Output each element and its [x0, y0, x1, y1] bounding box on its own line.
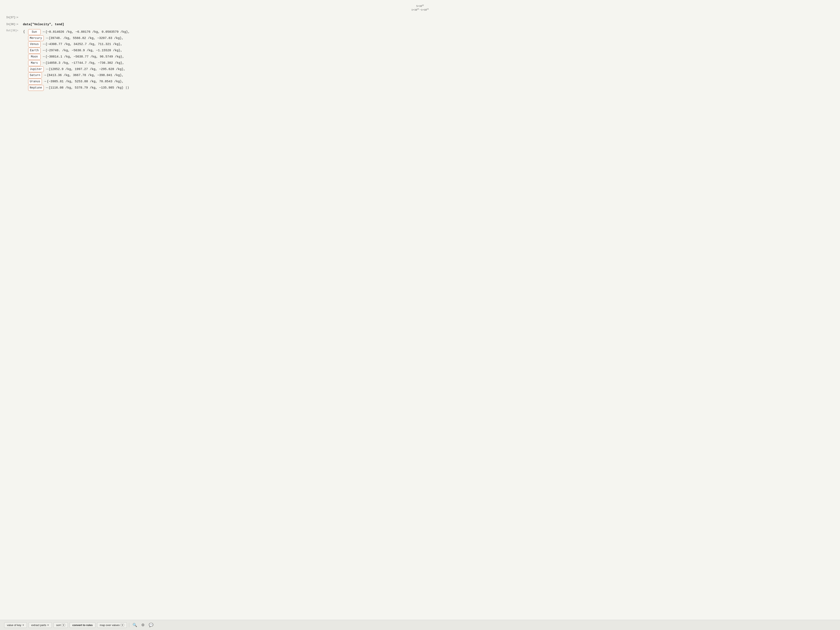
- settings-icon-button[interactable]: ⚙: [140, 622, 146, 628]
- arrow-icon: →: [46, 85, 48, 91]
- planet-tag-mercury[interactable]: Mercury: [28, 35, 44, 41]
- planet-tag-moon[interactable]: Moon: [28, 54, 41, 60]
- sort-arrow: ▼: [62, 624, 65, 627]
- value-of-key-arrow: ▼: [22, 624, 24, 626]
- arrow-icon: →: [43, 29, 44, 35]
- map-over-values-arrow: ▼: [120, 624, 124, 627]
- assoc-row: Earth→{−29748. /kg, −5630.9 /kg, −1.1552…: [28, 48, 130, 54]
- planet-tag-venus[interactable]: Venus: [28, 41, 41, 47]
- chart-label-top: 5×1012: [6, 4, 834, 8]
- extract-parts-button[interactable]: extract parts ▼: [28, 622, 52, 628]
- map-over-values-button[interactable]: map over values ▼: [97, 622, 127, 628]
- value-of-key-label: value of key: [7, 624, 21, 627]
- arrow-icon: →: [43, 54, 44, 60]
- chart-label-1: 5×1012: [416, 5, 424, 8]
- planet-values: {−29748. /kg, −5630.9 /kg, −1.15528 /kg}…: [46, 48, 122, 53]
- planet-values: {39748. /kg, 5566.82 /kg, −3207.83 /kg},: [49, 36, 123, 41]
- arrow-icon: →: [46, 36, 48, 41]
- planet-tag-sun[interactable]: Sun: [28, 29, 41, 35]
- cell-out38-label: Out[38]=: [6, 29, 23, 32]
- convert-to-rules-button[interactable]: convert to rules: [69, 622, 95, 628]
- planet-values: {−30814.1 /kg, −5638.77 /kg, 96.5749 /kg…: [46, 54, 124, 60]
- planet-values: {8413.36 /kg, 3667.78 /kg, −398.041 /kg}…: [47, 73, 123, 78]
- planet-tag-uranus[interactable]: Uranus: [28, 79, 42, 85]
- chart-label-bottom: 1×1013 −1×1013: [6, 8, 834, 11]
- planet-tag-mars[interactable]: Mars: [28, 60, 41, 66]
- chart-label-2: 1×1013 −1×1013: [412, 8, 428, 11]
- planet-tag-saturn[interactable]: Saturn: [28, 73, 42, 78]
- sort-label: sort: [56, 624, 61, 627]
- arrow-icon: →: [44, 73, 46, 78]
- assoc-row: Mercury→{39748. /kg, 5566.82 /kg, −3207.…: [28, 35, 130, 41]
- planet-tag-jupiter[interactable]: Jupiter: [28, 66, 44, 72]
- chart-exp-1: 12: [422, 4, 424, 6]
- assoc-row: Uranus→{−3985.81 /kg, 5253.88 /kg, 70.85…: [28, 79, 130, 85]
- arrow-icon: →: [46, 67, 48, 72]
- search-icon: 🔍: [133, 623, 137, 627]
- chart-exp-2: 13: [417, 8, 419, 10]
- cell-out38: Out[38]= ⟨ Sun→{−0.814026 /kg, −6.88176 …: [6, 29, 834, 91]
- gear-icon: ⚙: [141, 623, 145, 627]
- arrow-icon: →: [44, 79, 46, 84]
- cell-in38-label: In[38]:=: [6, 22, 23, 27]
- convert-to-rules-label: convert to rules: [72, 624, 93, 627]
- cell-in37-label: In[37]:=: [6, 15, 23, 20]
- planet-values: {14858.3 /kg, −17744.7 /kg, −736.302 /kg…: [46, 60, 124, 66]
- planet-values: {−4308.77 /kg, 34252.7 /kg, 711.321 /kg}…: [46, 42, 122, 47]
- chat-icon-button[interactable]: 💬: [147, 622, 155, 628]
- notebook-area: 5×1012 1×1013 −1×1013 In[37]:= In[38]:= …: [0, 0, 840, 620]
- extract-parts-label: extract parts: [31, 624, 46, 627]
- cell-in38: In[38]:= data["Velocity", tend]: [6, 22, 834, 27]
- assoc-row: Neptune→{1116.08 /kg, 5378.79 /kg, −135.…: [28, 85, 130, 91]
- open-paren: ⟨: [23, 29, 25, 34]
- arrow-icon: →: [43, 48, 44, 53]
- planet-values: {12852.9 /kg, 1997.27 /kg, −295.628 /kg}…: [49, 67, 125, 72]
- planet-tag-neptune[interactable]: Neptune: [28, 85, 44, 91]
- value-of-key-button[interactable]: value of key ▼: [4, 622, 27, 628]
- cell-in37: In[37]:=: [6, 15, 834, 20]
- chart-area: 5×1012 1×1013 −1×1013: [6, 4, 834, 11]
- assoc-row: Sun→{−0.814026 /kg, −6.88176 /kg, 0.0503…: [28, 29, 130, 35]
- toolbar: value of key ▼ extract parts ▼ sort ▼ co…: [0, 620, 840, 630]
- chart-exp-3: 13: [427, 8, 428, 10]
- assoc-row: Venus→{−4308.77 /kg, 34252.7 /kg, 711.32…: [28, 41, 130, 47]
- association-list: Sun→{−0.814026 /kg, −6.88176 /kg, 0.0503…: [26, 29, 130, 91]
- extract-parts-arrow: ▼: [47, 624, 49, 626]
- planet-values: {−0.814026 /kg, −6.88176 /kg, 0.0503579 …: [46, 29, 130, 35]
- planet-values: {−3985.81 /kg, 5253.88 /kg, 70.8543 /kg}…: [47, 79, 123, 84]
- assoc-row: Mars→{14858.3 /kg, −17744.7 /kg, −736.30…: [28, 60, 130, 66]
- sort-button[interactable]: sort ▼: [54, 622, 68, 628]
- assoc-row: Jupiter→{12852.9 /kg, 1997.27 /kg, −295.…: [28, 66, 130, 72]
- planet-tag-earth[interactable]: Earth: [28, 48, 41, 54]
- planet-values: {1116.08 /kg, 5378.79 /kg, −135.985 /kg}…: [49, 85, 129, 91]
- arrow-icon: →: [43, 42, 44, 47]
- assoc-row: Moon→{−30814.1 /kg, −5638.77 /kg, 96.574…: [28, 54, 130, 60]
- arrow-icon: →: [43, 60, 44, 66]
- cell-in38-code[interactable]: data["Velocity", tend]: [23, 22, 834, 27]
- search-icon-button[interactable]: 🔍: [131, 622, 138, 628]
- map-over-values-label: map over values: [100, 624, 120, 627]
- assoc-row: Saturn→{8413.36 /kg, 3667.78 /kg, −398.0…: [28, 73, 130, 78]
- chat-icon: 💬: [149, 623, 153, 627]
